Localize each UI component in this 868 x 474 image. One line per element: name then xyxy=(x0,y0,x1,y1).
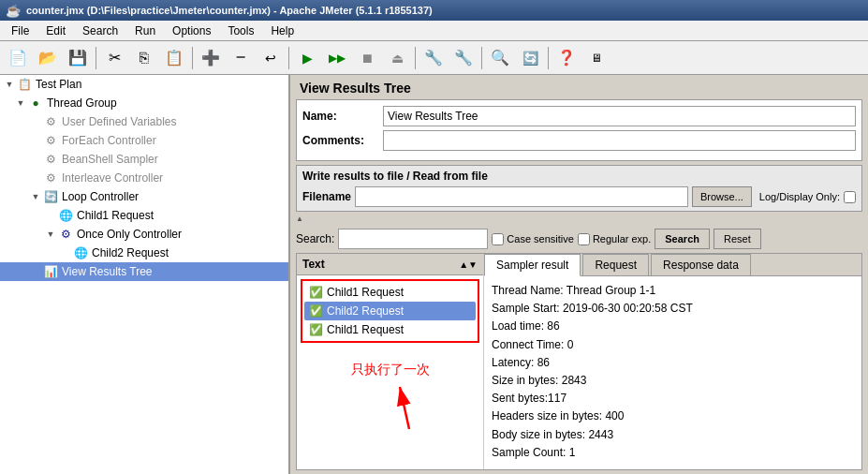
tree-item-loop-controller[interactable]: ▼ 🔄 Loop Controller xyxy=(0,187,288,206)
check-icon-1: ✅ xyxy=(308,304,323,318)
once-only-icon: ⚙ xyxy=(58,227,73,242)
comments-input[interactable] xyxy=(383,130,856,151)
result-line-4: Latency: 86 xyxy=(492,354,854,372)
tree-label-view-results-tree: View Results Tree xyxy=(62,265,153,278)
tree-item-interleave-controller[interactable]: ⚙ Interleave Controller xyxy=(0,169,288,187)
remote-btn[interactable]: 🖥 xyxy=(582,44,611,72)
text-panel-scroll-icon: ▲▼ xyxy=(459,259,478,270)
regular-exp-group: Regular exp. xyxy=(578,233,651,245)
tree-item-thread-group[interactable]: ▼ ● Thread Group xyxy=(0,94,288,112)
sampler-result-content: Thread Name: Thread Group 1-1 Sample Sta… xyxy=(484,276,861,469)
shutdown-btn[interactable]: ⏏ xyxy=(383,44,411,72)
title-text: counter.jmx (D:\Files\practice\Jmeter\co… xyxy=(26,5,433,16)
result-label-0: Child1 Request xyxy=(327,286,404,299)
paste-btn[interactable]: 📋 xyxy=(160,44,188,72)
result-label-2: Child1 Request xyxy=(327,323,404,336)
user-defined-variables-icon: ⚙ xyxy=(43,114,58,129)
copy-btn[interactable]: ⎘ xyxy=(130,44,158,72)
tree-item-beanshell-sampler[interactable]: ⚙ BeanShell Sampler xyxy=(0,150,288,169)
clear-all-btn[interactable]: 🔧 xyxy=(449,44,478,72)
expand-icon xyxy=(60,247,71,259)
tree-item-foreach-controller[interactable]: ⚙ ForEach Controller xyxy=(0,131,288,150)
child1-request-icon: 🌐 xyxy=(58,208,73,223)
menu-item-file[interactable]: File xyxy=(4,22,37,40)
write-results-panel: Write results to file / Read from file F… xyxy=(296,165,862,212)
tree-item-user-defined-variables[interactable]: ⚙ User Defined Variables xyxy=(0,112,288,131)
tree-label-once-only-controller: Once Only Controller xyxy=(77,228,182,241)
tree-label-interleave-controller: Interleave Controller xyxy=(62,171,163,185)
expand-icon: ▼ xyxy=(30,191,41,202)
result-item-2[interactable]: ✅ Child1 Request xyxy=(304,320,476,339)
result-line-3: Connect Time: 0 xyxy=(492,336,854,354)
start-btn[interactable]: ▶ xyxy=(293,44,321,72)
expand-icon xyxy=(30,154,41,165)
menu-item-help[interactable]: Help xyxy=(263,22,302,40)
tab-sampler-result[interactable]: Sampler result xyxy=(484,254,581,276)
tree-item-test-plan[interactable]: ▼ 📋 Test Plan xyxy=(0,75,288,94)
tab-response-data[interactable]: Response data xyxy=(651,254,751,275)
result-item-0[interactable]: ✅ Child1 Request xyxy=(304,283,476,302)
search-button[interactable]: Search xyxy=(655,229,710,249)
add-btn[interactable]: ➕ xyxy=(197,44,225,72)
open-btn[interactable]: 📂 xyxy=(34,44,62,72)
splitter-up-icon: ▲ xyxy=(296,215,303,223)
tree-item-once-only-controller[interactable]: ▼ ⚙ Once Only Controller xyxy=(0,225,288,244)
menu-item-options[interactable]: Options xyxy=(165,22,218,40)
result-item-1[interactable]: ✅ Child2 Request xyxy=(304,302,476,320)
expand-icon: ▼ xyxy=(15,97,26,109)
reset-button[interactable]: Reset xyxy=(714,229,761,249)
back-btn[interactable]: ↩ xyxy=(257,44,285,72)
expand-icon: ▼ xyxy=(45,229,56,240)
bottom-section: Text ▲▼ ✅ Child1 Request ✅ Child2 Reques… xyxy=(296,253,862,470)
result-line-5: Size in bytes: 2843 xyxy=(492,372,854,390)
expand-icon xyxy=(30,135,41,146)
filename-input[interactable] xyxy=(355,186,688,207)
toolbar: 📄 📂 💾 ✂ ⎘ 📋 ➕ − ↩ ▶ ▶▶ ⏹ ⏏ 🔧 🔧 🔍 🔄 ❓ 🖥 xyxy=(0,41,868,75)
stop-btn[interactable]: ⏹ xyxy=(353,44,381,72)
tree-item-child2-request[interactable]: 🌐 Child2 Request xyxy=(0,244,288,262)
menu-item-run[interactable]: Run xyxy=(127,22,163,40)
vrt-title: View Results Tree xyxy=(290,75,868,99)
log-display-checkbox[interactable] xyxy=(844,191,856,203)
tree-label-user-defined-variables: User Defined Variables xyxy=(62,115,177,128)
text-panel: Text ▲▼ ✅ Child1 Request ✅ Child2 Reques… xyxy=(297,254,484,469)
tree-item-view-results-tree[interactable]: 📊 View Results Tree xyxy=(0,262,288,281)
search-input[interactable] xyxy=(338,229,488,249)
clear-btn[interactable]: 🔧 xyxy=(419,44,448,72)
browse-button[interactable]: Browse... xyxy=(692,186,752,207)
sep5 xyxy=(481,47,482,69)
search-icon-btn[interactable]: 🔍 xyxy=(486,44,514,72)
tabs-bar: Sampler result Request Response data xyxy=(484,254,861,276)
reset-btn[interactable]: 🔄 xyxy=(516,44,544,72)
case-sensitive-label: Case sensitive xyxy=(507,233,574,244)
child2-request-icon: 🌐 xyxy=(73,245,88,260)
sep6 xyxy=(548,47,549,69)
regular-exp-label: Regular exp. xyxy=(593,233,651,244)
app-icon: ☕ xyxy=(6,4,21,18)
menu-item-edit[interactable]: Edit xyxy=(38,22,73,40)
tree-label-test-plan: Test Plan xyxy=(36,78,81,91)
tree-item-child1-request[interactable]: 🌐 Child1 Request xyxy=(0,206,288,225)
start-no-pause-btn[interactable]: ▶▶ xyxy=(323,44,351,72)
result-line-2: Load time: 86 xyxy=(492,318,854,335)
test-plan-icon: 📋 xyxy=(17,77,32,92)
help-btn[interactable]: ❓ xyxy=(552,44,581,72)
new-btn[interactable]: 📄 xyxy=(4,44,32,72)
tree-label-foreach-controller: ForEach Controller xyxy=(62,134,156,147)
result-line-6: Sent bytes:117 xyxy=(492,390,854,407)
splitter-top[interactable]: ▲ xyxy=(290,212,868,225)
menu-item-search[interactable]: Search xyxy=(75,22,125,40)
foreach-icon: ⚙ xyxy=(43,133,58,148)
cut-btn[interactable]: ✂ xyxy=(100,44,128,72)
regular-exp-checkbox[interactable] xyxy=(578,233,590,245)
result-line-8: Body size in bytes: 2443 xyxy=(492,426,854,444)
expand-icon xyxy=(45,210,56,221)
tab-request[interactable]: Request xyxy=(582,254,649,275)
tree-label-child1-request: Child1 Request xyxy=(77,209,154,222)
remove-btn[interactable]: − xyxy=(227,44,255,72)
save-btn[interactable]: 💾 xyxy=(64,44,92,72)
name-input[interactable] xyxy=(383,106,856,126)
case-sensitive-checkbox[interactable] xyxy=(492,233,504,245)
menu-item-tools[interactable]: Tools xyxy=(220,22,261,40)
content-panel: Sampler result Request Response data Thr… xyxy=(484,254,861,469)
